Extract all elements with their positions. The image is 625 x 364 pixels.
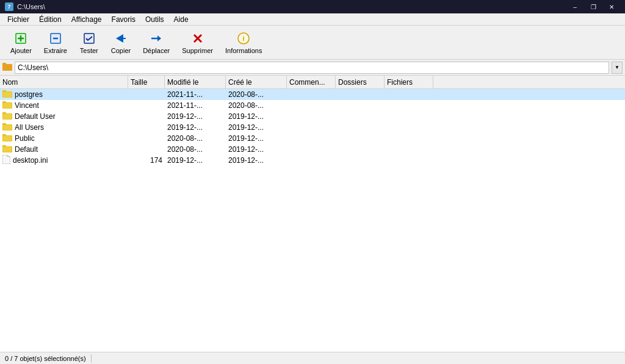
file-row[interactable]: Default User2019-12-...2019-12-... — [0, 111, 625, 122]
file-name-cell: desktop.ini — [0, 155, 128, 166]
folder-icon — [2, 134, 12, 143]
menu-outils[interactable]: Outils — [140, 14, 169, 25]
file-name-cell: All Users — [0, 122, 128, 133]
file-files-cell — [385, 89, 433, 100]
tester-label: Tester — [80, 47, 98, 54]
file-row[interactable]: postgres2021-11-...2020-08-... — [0, 89, 625, 100]
file-name-text: Vincent — [15, 101, 39, 110]
folder-icon — [2, 112, 12, 121]
col-header-files[interactable]: Fichiers — [385, 76, 433, 88]
folder-icon — [2, 90, 12, 99]
file-name-text: Default User — [15, 112, 56, 121]
menu-edition[interactable]: Édition — [34, 14, 67, 25]
file-comment-cell — [287, 89, 336, 100]
file-row[interactable]: desktop.ini1742019-12-...2019-12-... — [0, 155, 625, 166]
file-files-cell — [385, 155, 433, 166]
col-header-folders[interactable]: Dossiers — [336, 76, 385, 88]
svg-rect-24 — [3, 114, 12, 119]
file-files-cell — [385, 144, 433, 155]
file-modified-cell: 2021-11-... — [165, 100, 226, 111]
svg-rect-30 — [3, 136, 12, 141]
file-created-cell: 2020-08-... — [226, 89, 287, 100]
file-size-cell — [128, 89, 165, 100]
file-row[interactable]: Public2020-08-...2019-12-... — [0, 133, 625, 144]
menu-favoris[interactable]: Favoris — [107, 14, 140, 25]
file-name-cell: postgres — [0, 89, 128, 100]
tester-button[interactable]: Tester — [74, 28, 104, 57]
address-dropdown-button[interactable]: ▼ — [612, 62, 623, 74]
file-row[interactable]: Vincent2021-11-...2020-08-... — [0, 100, 625, 111]
svg-rect-27 — [3, 125, 12, 130]
file-modified-cell: 2020-08-... — [165, 144, 226, 155]
supprimer-label: Supprimer — [182, 47, 213, 54]
file-folders-cell — [336, 100, 385, 111]
deplacer-icon — [149, 31, 164, 46]
status-divider — [91, 354, 92, 363]
file-folders-cell — [336, 89, 385, 100]
col-header-size[interactable]: Taille — [128, 76, 165, 88]
close-button[interactable]: ✕ — [603, 1, 620, 12]
menu-affichage[interactable]: Affichage — [67, 14, 107, 25]
file-comment-cell — [287, 111, 336, 122]
col-header-name[interactable]: Nom — [0, 76, 128, 88]
file-created-cell: 2019-12-... — [226, 144, 287, 155]
file-files-cell — [385, 122, 433, 133]
deplacer-button[interactable]: Déplacer — [137, 28, 175, 57]
svg-rect-33 — [3, 147, 12, 152]
file-created-cell: 2019-12-... — [226, 111, 287, 122]
file-row[interactable]: Default2020-08-...2019-12-... — [0, 144, 625, 155]
address-input[interactable] — [15, 62, 609, 74]
file-folders-cell — [336, 144, 385, 155]
file-folders-cell — [336, 155, 385, 166]
file-modified-cell: 2019-12-... — [165, 155, 226, 166]
file-size-cell — [128, 144, 165, 155]
folder-icon — [2, 101, 12, 110]
maximize-button[interactable]: ❐ — [585, 1, 602, 12]
ajouter-button[interactable]: Ajouter — [5, 28, 37, 57]
supprimer-button[interactable]: Supprimer — [176, 28, 219, 57]
informations-button[interactable]: i Informations — [220, 28, 268, 57]
column-headers: Nom Taille Modifié le Créé le Commen... … — [0, 76, 625, 89]
file-folders-cell — [336, 133, 385, 144]
file-size-cell — [128, 111, 165, 122]
col-header-comment[interactable]: Commen... — [287, 76, 336, 88]
file-name-cell: Default User — [0, 111, 128, 122]
copier-label: Copier — [111, 47, 131, 54]
file-row[interactable]: All Users2019-12-...2019-12-... — [0, 122, 625, 133]
extraire-label: Extraire — [44, 47, 67, 54]
svg-text:i: i — [243, 35, 245, 42]
extraire-button[interactable]: Extraire — [38, 28, 73, 57]
col-header-modified[interactable]: Modifié le — [165, 76, 226, 88]
file-name-text: postgres — [15, 90, 43, 99]
status-bar: 0 / 7 objet(s) sélectionné(s) — [0, 352, 625, 364]
file-created-cell: 2019-12-... — [226, 122, 287, 133]
file-comment-cell — [287, 144, 336, 155]
file-list-container: Nom Taille Modifié le Créé le Commen... … — [0, 76, 625, 352]
file-list: postgres2021-11-...2020-08-... Vincent20… — [0, 89, 625, 352]
window-title: C:\Users\ — [17, 3, 45, 10]
ajouter-label: Ajouter — [10, 47, 32, 54]
menu-fichier[interactable]: Fichier — [2, 14, 34, 25]
file-folders-cell — [336, 122, 385, 133]
supprimer-icon — [190, 31, 205, 46]
menu-aide[interactable]: Aide — [169, 14, 193, 25]
file-comment-cell — [287, 100, 336, 111]
folder-icon — [2, 123, 12, 132]
minimize-button[interactable]: – — [566, 1, 583, 12]
svg-marker-9 — [157, 35, 161, 41]
copier-button[interactable]: Copier — [106, 28, 136, 57]
informations-icon: i — [236, 31, 251, 46]
file-name-cell: Vincent — [0, 100, 128, 111]
address-folder-icon — [2, 62, 12, 73]
file-name-cell: Public — [0, 133, 128, 144]
col-header-created[interactable]: Créé le — [226, 76, 287, 88]
copier-icon — [114, 31, 128, 46]
ajouter-icon — [13, 31, 28, 46]
window-controls: – ❐ ✕ — [566, 1, 620, 12]
file-folders-cell — [336, 111, 385, 122]
file-name-text: desktop.ini — [13, 156, 48, 165]
svg-rect-15 — [2, 63, 6, 65]
file-modified-cell: 2019-12-... — [165, 111, 226, 122]
file-size-cell: 174 — [128, 155, 165, 166]
file-created-cell: 2019-12-... — [226, 133, 287, 144]
